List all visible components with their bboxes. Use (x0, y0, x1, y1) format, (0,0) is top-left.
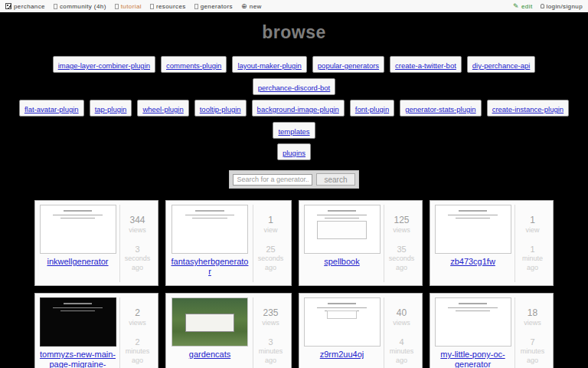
generator-thumbnail[interactable] (435, 205, 511, 254)
time-ago: ago (253, 264, 288, 272)
generator-card: spellbook 125 views 35 seconds ago (299, 200, 423, 286)
person-icon (541, 4, 544, 8)
generator-thumbnail[interactable] (172, 297, 248, 347)
plus-circle-icon: ⊕ (241, 2, 247, 10)
plugin-link-diy-perchance-api[interactable]: diy-perchance-api (472, 61, 531, 70)
login-label: login/signup (547, 3, 583, 10)
time-stat: 3 minutes ago (253, 337, 288, 365)
generator-thumbnail[interactable] (172, 205, 248, 254)
plugin-link-create-a-twitter-bot[interactable]: create-a-twitter-bot (395, 61, 456, 70)
views-label: views (253, 319, 288, 327)
time-unit: minutes (120, 347, 155, 356)
card-main: gardencats (170, 297, 250, 368)
card-stats: 1 view 25 seconds ago (253, 205, 288, 282)
plugin-link-tooltip[interactable]: tooltip-plugin (200, 105, 241, 113)
time-ago: ago (120, 356, 155, 365)
time-stat: 35 seconds ago (384, 245, 419, 272)
nav-resources[interactable]: resources (150, 3, 186, 10)
plugin-box: font-plugin (350, 100, 394, 117)
views-label: view (515, 226, 550, 235)
generator-link[interactable]: zb473cg1fw (450, 257, 495, 267)
plugin-link-tap[interactable]: tap-plugin (95, 105, 127, 113)
generator-link[interactable]: my-little-pony-oc-generator (434, 350, 511, 368)
plugin-box: flat-avatar-plugin (19, 100, 84, 117)
plugin-link-plugins[interactable]: plugins (283, 149, 305, 157)
thumbnail-text-line (185, 215, 235, 215)
card-main: z9rm2uu4oj (303, 297, 381, 368)
plugin-box: wheel-plugin (137, 100, 188, 117)
generator-link[interactable]: tommyzs-new-main-page-migraine-edition (39, 350, 116, 368)
plugin-row-1: image-layer-combiner-plugin comments-plu… (18, 56, 570, 95)
time-unit: seconds (253, 255, 288, 263)
plugin-box: plugins (277, 143, 311, 160)
plugin-link-image-layer-combiner[interactable]: image-layer-combiner-plugin (58, 61, 150, 70)
views-label: views (120, 226, 155, 235)
views-label: views (384, 319, 419, 327)
generator-thumbnail[interactable] (435, 297, 511, 347)
nav-community[interactable]: community (4h) (54, 3, 106, 10)
generator-link[interactable]: spellbook (324, 257, 359, 267)
plugin-link-comments[interactable]: comments-plugin (166, 61, 221, 70)
plugin-box: templates (273, 122, 315, 139)
plugin-box: background-image-plugin (252, 100, 345, 117)
views-count: 40 (384, 307, 419, 318)
thumbnail-text-line (60, 310, 95, 311)
views-stat: 1 view (515, 215, 550, 235)
card-stats: 344 views 3 seconds ago (119, 205, 155, 282)
views-count: 125 (384, 215, 419, 225)
edit-button[interactable]: ✎ edit (513, 2, 532, 10)
generator-thumbnail[interactable] (304, 205, 381, 254)
search-bar: search (229, 170, 358, 189)
thumbnail-text-line (456, 310, 490, 311)
thumbnail-text-line (456, 218, 490, 219)
generator-thumbnail[interactable] (40, 205, 116, 254)
time-stat: 7 minutes ago (515, 337, 550, 365)
plugin-link-font[interactable]: font-plugin (355, 105, 389, 113)
thumbnail-text-line (53, 215, 103, 215)
thumbnail-text-line (448, 307, 498, 308)
search-input[interactable] (233, 174, 312, 186)
time-unit: seconds (384, 255, 419, 263)
views-stat: 18 views (515, 307, 550, 327)
time-count: 1 (515, 245, 550, 255)
generator-link[interactable]: inkwellgenerator (47, 257, 108, 267)
nav-community-label: community (4h) (60, 3, 106, 10)
plugin-link-popular-generators[interactable]: popular-generators (318, 61, 379, 70)
time-stat: 1 minute ago (515, 245, 550, 272)
login-signup-button[interactable]: login/signup (541, 3, 583, 10)
generator-thumbnail[interactable] (304, 297, 381, 347)
plugin-link-flat-avatar[interactable]: flat-avatar-plugin (24, 105, 79, 113)
views-label: views (515, 319, 550, 327)
views-stat: 2 views (120, 307, 155, 327)
plugin-link-templates[interactable]: templates (278, 127, 309, 136)
nav-tutorial[interactable]: tutorial (115, 3, 142, 10)
nav-generators[interactable]: generators (194, 3, 233, 10)
plugin-link-perchance-discord-bot[interactable]: perchance-discord-bot (258, 84, 331, 92)
plugin-box: create-instance-plugin (487, 100, 569, 117)
views-count: 18 (515, 307, 550, 318)
card-stats: 1 view 1 minute ago (514, 205, 550, 282)
nav-new[interactable]: ⊕ new (241, 2, 262, 10)
plugin-link-generator-stats[interactable]: generator-stats-plugin (405, 105, 475, 113)
time-unit: minutes (515, 347, 550, 356)
thumbnail-text-line (459, 303, 487, 304)
time-stat: 4 minutes ago (384, 337, 419, 365)
generator-link[interactable]: gardencats (189, 350, 230, 360)
card-stats: 2 views 2 minutes ago (119, 297, 155, 368)
generator-link[interactable]: fantasyherbgenerator (170, 257, 250, 277)
card-main: my-little-pony-oc-generator (434, 297, 511, 368)
views-count: 235 (253, 307, 288, 318)
search-button[interactable]: search (316, 173, 354, 186)
views-stat: 235 views (253, 307, 288, 327)
plugin-link-layout-maker[interactable]: layout-maker-plugin (237, 61, 301, 70)
card-stats: 40 views 4 minutes ago (384, 297, 419, 368)
time-count: 3 (253, 337, 288, 347)
plugin-link-create-instance[interactable]: create-instance-plugin (492, 105, 564, 113)
brand-home-link[interactable]: perchance (5, 3, 45, 10)
generator-thumbnail[interactable] (40, 297, 116, 347)
plugin-link-background-image[interactable]: background-image-plugin (257, 105, 339, 113)
generator-link[interactable]: z9rm2uu4oj (320, 350, 364, 360)
generator-card: tommyzs-new-main-page-migraine-edition 2… (34, 293, 158, 368)
plugin-link-wheel[interactable]: wheel-plugin (142, 105, 183, 113)
thumbnail-text-line (317, 307, 367, 308)
